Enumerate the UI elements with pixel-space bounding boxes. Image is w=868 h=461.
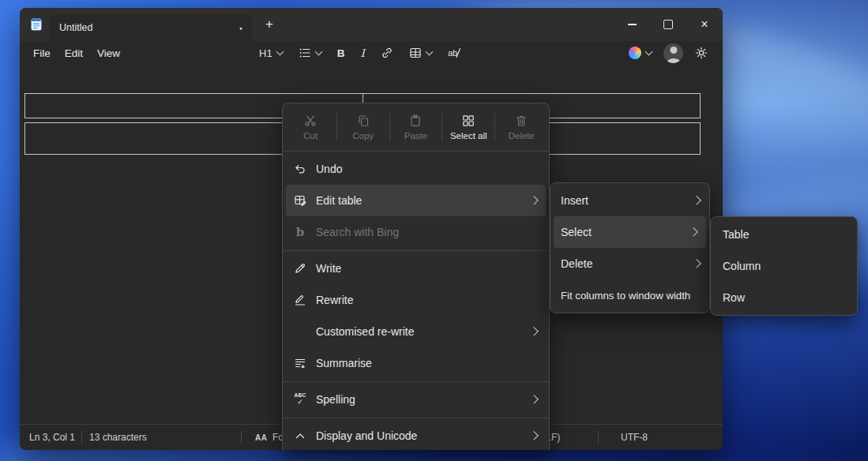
italic-icon: I [360, 47, 364, 59]
copilot-icon [629, 47, 641, 59]
menu-separator [283, 250, 549, 251]
submenu-arrow-icon [692, 260, 701, 268]
summarise-icon [292, 357, 308, 369]
heading-dropdown[interactable]: H1 [255, 44, 287, 62]
close-button[interactable]: × [686, 8, 723, 41]
menu-item-undo[interactable]: Undo [283, 153, 549, 185]
table-icon [409, 47, 422, 59]
submenu-item-label: Table [723, 228, 749, 241]
menu-item-label: Write [316, 262, 341, 275]
bing-icon: b [292, 227, 308, 238]
italic-button[interactable]: I [356, 43, 368, 62]
menu-item-edit-table[interactable]: Edit table [286, 185, 546, 216]
paste-label: Paste [404, 131, 427, 141]
statusbar-divider [241, 431, 242, 444]
cursor-position: Ln 3, Col 1 [29, 432, 75, 443]
menu-view[interactable]: View [90, 44, 127, 62]
copilot-button[interactable] [625, 43, 656, 62]
menu-separator [283, 381, 549, 382]
character-count: 13 characters [89, 432, 147, 443]
chevron-down-icon [425, 48, 433, 56]
menu-item-label: Customised re-write [316, 325, 414, 338]
bold-icon: B [337, 47, 345, 59]
submenu-item-select[interactable]: Select [554, 216, 706, 248]
settings-button[interactable] [691, 43, 712, 62]
select-all-button[interactable]: Select all [442, 106, 494, 148]
copy-icon [357, 114, 370, 127]
submenu-item-fit-columns[interactable]: Fit columns to window width [550, 279, 709, 311]
submenu-item-insert[interactable]: Insert [550, 185, 709, 216]
submenu-item-label: Insert [561, 194, 588, 207]
menu-item-search-with-bing[interactable]: b Search with Bing [283, 216, 549, 248]
submenu-arrow-icon [529, 328, 538, 336]
menu-item-customised-rewrite[interactable]: Customised re-write [283, 316, 549, 347]
trash-icon [515, 114, 528, 127]
chevron-down-icon [276, 48, 284, 56]
cut-icon [304, 114, 317, 127]
menu-item-summarise[interactable]: Summarise [283, 347, 549, 379]
menu-item-write[interactable]: Write [283, 253, 549, 284]
submenu-item-label: Select [561, 226, 592, 238]
clear-formatting-button[interactable]: ab [444, 43, 466, 62]
submenu-item-delete[interactable]: Delete [550, 248, 709, 279]
new-tab-button[interactable]: + [258, 13, 280, 36]
hyperlink-button[interactable] [377, 43, 397, 62]
chevron-down-icon [314, 48, 322, 56]
delete-button[interactable]: Delete [495, 106, 547, 148]
menu-file[interactable]: File [26, 44, 58, 62]
menu-separator [283, 418, 549, 418]
account-button[interactable] [663, 43, 683, 63]
submenu-arrow-icon [689, 228, 697, 237]
cut-label: Cut [303, 131, 318, 141]
menu-item-rewrite[interactable]: Rewrite [283, 284, 549, 316]
menu-item-label: Display and Unicode [316, 429, 417, 442]
menu-item-display-and-unicode[interactable]: Display and Unicode [283, 420, 549, 450]
submenu-item-table[interactable]: Table [711, 219, 857, 250]
tab-title: Untitled [59, 22, 92, 33]
paste-button[interactable]: Paste [390, 106, 442, 148]
copy-label: Copy [352, 131, 374, 141]
minimize-icon [628, 24, 637, 24]
submenu-item-label: Delete [561, 257, 592, 270]
menu-item-spelling[interactable]: ABC ✓ Spelling [283, 384, 549, 415]
maximize-icon [663, 20, 673, 29]
submenu-item-row[interactable]: Row [711, 282, 857, 313]
maximize-button[interactable] [650, 8, 686, 41]
context-menu: Cut Copy Paste Select a [282, 103, 550, 450]
spelling-icon: ABC ✓ [292, 393, 308, 407]
menu-item-label: Spelling [316, 393, 355, 406]
minimize-button[interactable] [614, 8, 650, 41]
svg-text:ab: ab [448, 48, 457, 58]
delete-label: Delete [508, 131, 534, 141]
submenu-arrow-icon [529, 395, 538, 404]
list-icon [299, 47, 311, 59]
menu-edit[interactable]: Edit [58, 44, 90, 62]
paste-icon [409, 114, 422, 127]
statusbar-divider [598, 431, 599, 444]
bold-button[interactable]: B [333, 44, 349, 62]
gear-icon [695, 47, 708, 59]
chevron-up-icon [292, 429, 308, 442]
menu-separator [283, 151, 549, 152]
undo-icon [292, 163, 308, 175]
notepad-app-icon [29, 17, 45, 32]
table-dropdown[interactable] [405, 43, 436, 62]
close-icon: × [701, 18, 708, 31]
select-all-label: Select all [450, 131, 487, 141]
list-dropdown[interactable] [295, 43, 325, 62]
titlebar: Untitled ● + × [20, 8, 723, 41]
tab-untitled[interactable]: Untitled ● [50, 14, 252, 41]
statusbar-divider [81, 431, 82, 444]
formatting-toolbar: H1 B I [255, 43, 466, 62]
cut-button[interactable]: Cut [284, 106, 336, 148]
heading-label: H1 [259, 47, 272, 59]
clear-formatting-icon: ab [448, 47, 462, 59]
submenu-item-label: Fit columns to window width [561, 290, 690, 302]
unsaved-indicator: ● [239, 25, 242, 31]
copy-button[interactable]: Copy [337, 106, 389, 148]
menu-item-label: Search with Bing [316, 226, 399, 238]
link-icon [381, 47, 393, 59]
submenu-item-column[interactable]: Column [711, 250, 857, 282]
pen-icon [292, 262, 308, 275]
select-all-icon [462, 114, 475, 127]
